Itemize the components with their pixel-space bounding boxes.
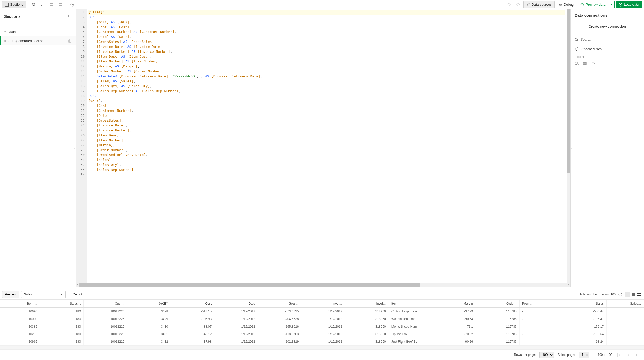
- select-data-icon[interactable]: [583, 61, 587, 66]
- create-connection-button[interactable]: Create new connection: [574, 22, 641, 31]
- code-editor[interactable]: 1234567891011121314151617181920212223242…: [76, 9, 570, 283]
- undo-button[interactable]: [505, 1, 513, 8]
- svg-rect-0: [5, 3, 9, 6]
- outdent-button[interactable]: [56, 1, 65, 8]
- table-cell: 10009: [0, 315, 40, 323]
- table-cell: 115785: [476, 315, 520, 323]
- help-button[interactable]: ?: [68, 1, 76, 8]
- info-button[interactable]: i: [618, 293, 622, 296]
- redo-button[interactable]: [514, 1, 522, 8]
- table-cell: Moms Sliced Ham: [389, 323, 432, 330]
- indent-icon: [50, 3, 53, 7]
- column-header[interactable]: Gros…: [258, 300, 301, 308]
- table-row[interactable]: 10385180100122263430-88.071/12/2012-165.…: [0, 323, 644, 330]
- table-cell: -71.1: [432, 323, 476, 330]
- table-cell: -102.3319: [258, 338, 301, 346]
- svg-point-24: [529, 5, 529, 6]
- add-section-button[interactable]: +: [65, 13, 71, 19]
- divider: [66, 2, 66, 8]
- info-icon: i: [618, 293, 622, 296]
- table-cell: -165.8016: [258, 323, 301, 330]
- table-row[interactable]: 10965180100122263432-37.981/12/2012-102.…: [0, 338, 644, 346]
- toolbar: Sections // ?: [0, 0, 644, 9]
- keyboard-button[interactable]: [80, 1, 88, 8]
- table-cell: [607, 315, 644, 323]
- load-data-button[interactable]: Load data: [616, 1, 642, 8]
- connections-search[interactable]: [574, 36, 641, 44]
- attached-files-row[interactable]: Attached files: [571, 44, 644, 53]
- svg-line-32: [561, 4, 561, 4]
- column-header[interactable]: Sales: [563, 300, 607, 308]
- table-cell: 115785: [476, 308, 520, 315]
- edit-connection-icon[interactable]: [591, 61, 596, 66]
- panel-icon: [5, 3, 9, 7]
- first-page-button[interactable]: |◄: [616, 353, 622, 357]
- view-list-button[interactable]: [630, 292, 636, 297]
- svg-marker-14: [59, 4, 59, 5]
- column-header[interactable]: Item …: [389, 300, 432, 308]
- select-page-label: Select page:: [557, 353, 575, 357]
- output-tab[interactable]: Output: [70, 291, 85, 298]
- table-cell: -70.52: [432, 330, 476, 338]
- comment-button[interactable]: //: [38, 1, 47, 8]
- search-button[interactable]: [30, 1, 38, 8]
- svg-marker-56: [61, 294, 63, 295]
- horizontal-splitter[interactable]: [0, 287, 644, 289]
- undo-icon: [507, 3, 511, 7]
- column-header[interactable]: Cost: [171, 300, 214, 308]
- column-header[interactable]: Prom…: [519, 300, 563, 308]
- page-select[interactable]: 1: [579, 352, 589, 358]
- svg-rect-65: [637, 293, 639, 294]
- column-header[interactable]: Orde…: [476, 300, 520, 308]
- table-cell: [607, 323, 644, 330]
- sections-toggle-button[interactable]: Sections: [2, 1, 26, 8]
- preview-data-dropdown[interactable]: [608, 1, 615, 8]
- table-row[interactable]: 10009180100122263429-105.931/12/2012-204…: [0, 315, 644, 323]
- table-cell: Washington Cran: [389, 315, 432, 323]
- drag-handle-icon[interactable]: ⠿: [4, 30, 6, 33]
- column-header[interactable]: ↑↓Item …: [0, 300, 40, 308]
- preview-table[interactable]: ↑↓Item …Sales…Cust…%KEYCostDateGros…Invo…: [0, 300, 644, 346]
- svg-rect-59: [626, 293, 629, 296]
- column-header[interactable]: Cust…: [84, 300, 127, 308]
- column-header[interactable]: Sales…: [40, 300, 84, 308]
- table-select[interactable]: Sales: [21, 291, 66, 298]
- insert-script-icon[interactable]: [575, 61, 579, 66]
- table-cell: 10215: [0, 330, 40, 338]
- table-cell: 10965: [0, 338, 40, 346]
- load-data-label: Load data: [624, 3, 639, 7]
- table-row[interactable]: 10215180100122263431-43.121/12/2012-118.…: [0, 330, 644, 338]
- table-cell: 1/12/2012: [301, 315, 345, 323]
- drag-handle-icon[interactable]: ⠿: [4, 39, 6, 42]
- table-cell: Tip Top Lox: [389, 330, 432, 338]
- column-header[interactable]: Sales…: [607, 300, 644, 308]
- delete-section-button[interactable]: [68, 39, 71, 43]
- prev-page-button[interactable]: ◄: [626, 353, 631, 357]
- indent-button[interactable]: [47, 1, 56, 8]
- left-splitter[interactable]: ||: [74, 147, 76, 149]
- rows-per-page-select[interactable]: 100: [539, 352, 554, 358]
- view-grid-button[interactable]: [636, 292, 642, 297]
- table-cell: -90.54: [432, 315, 476, 323]
- column-header[interactable]: Invoi…: [301, 300, 345, 308]
- view-table-button[interactable]: [625, 292, 630, 297]
- column-header[interactable]: %KEY: [127, 300, 171, 308]
- preview-tab[interactable]: Preview: [2, 291, 19, 298]
- column-header[interactable]: Margin: [432, 300, 476, 308]
- right-splitter[interactable]: ||: [570, 147, 572, 149]
- svg-line-31: [560, 4, 560, 4]
- next-page-button[interactable]: ►: [635, 353, 640, 357]
- data-sources-button[interactable]: Data sources: [523, 1, 555, 8]
- section-item[interactable]: ⠿ Auto-generated section: [0, 36, 76, 45]
- column-header[interactable]: Invoi…: [345, 300, 389, 308]
- table-cell: -88.07: [171, 323, 214, 330]
- editor-horizontal-scrollbar[interactable]: ◄ ►: [76, 283, 570, 287]
- table-horizontal-scrollbar[interactable]: [0, 346, 644, 349]
- table-row[interactable]: 10696180100122263428-513.151/12/2012-573…: [0, 308, 644, 315]
- connections-search-input[interactable]: [580, 38, 640, 42]
- preview-data-button[interactable]: Preview data: [578, 1, 608, 8]
- column-header[interactable]: Date: [214, 300, 258, 308]
- debug-button[interactable]: Debug: [556, 1, 577, 8]
- section-item[interactable]: ⠿ Main: [0, 27, 76, 36]
- editor-vertical-scrollbar[interactable]: [567, 9, 570, 283]
